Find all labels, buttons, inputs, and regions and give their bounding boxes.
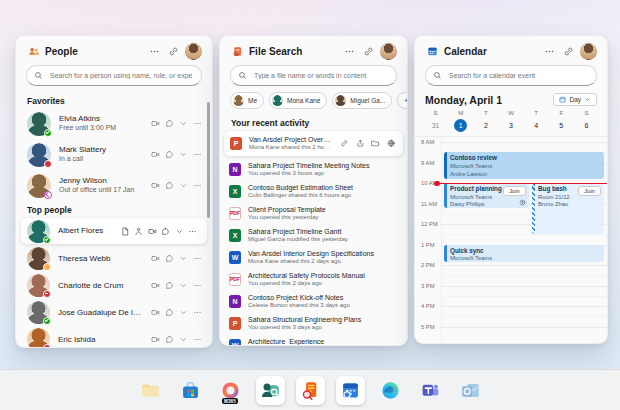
chevron-down-icon[interactable] bbox=[179, 281, 188, 290]
file-row[interactable]: P Sahara Structural Engineering Plans Yo… bbox=[220, 312, 407, 334]
chevron-down-icon[interactable] bbox=[175, 227, 184, 236]
file-row[interactable]: X Contoso Budget Estimation Sheet Colin … bbox=[220, 180, 407, 202]
taskbar-icon-microsoft-store[interactable] bbox=[176, 376, 205, 405]
more-icon[interactable] bbox=[193, 150, 202, 159]
taskbar-icon-people-search-app[interactable] bbox=[256, 376, 285, 405]
more-icon[interactable] bbox=[193, 281, 202, 290]
chevron-down-icon[interactable] bbox=[179, 335, 188, 344]
filter-chip[interactable]: Miguel Ga... bbox=[332, 92, 392, 109]
more-icon[interactable] bbox=[193, 181, 202, 190]
calendar-event[interactable]: Contoso review Microsoft Teams Andre Law… bbox=[444, 152, 604, 179]
people-search-input[interactable] bbox=[48, 71, 194, 80]
file-row[interactable]: PDF Architectural Safety Protocols Manua… bbox=[220, 268, 407, 290]
taskbar-icon-file-explorer[interactable] bbox=[136, 376, 165, 405]
calendar-search-box[interactable] bbox=[425, 65, 597, 86]
video-call-icon[interactable] bbox=[151, 119, 160, 128]
calendar-search-input[interactable] bbox=[447, 71, 589, 80]
date-cell[interactable]: 31 bbox=[423, 119, 448, 132]
share-icon[interactable] bbox=[356, 139, 365, 148]
video-call-icon[interactable] bbox=[151, 150, 160, 159]
date-cell[interactable]: 2 bbox=[473, 119, 498, 132]
org-chart-icon[interactable] bbox=[134, 227, 143, 236]
account-avatar[interactable] bbox=[580, 43, 597, 60]
weekday-letter: T bbox=[473, 110, 498, 116]
chat-icon[interactable] bbox=[161, 227, 170, 236]
more-icon[interactable] bbox=[193, 308, 202, 317]
date-cell[interactable]: 4 bbox=[524, 119, 549, 132]
copy-link-icon[interactable] bbox=[340, 139, 349, 148]
chevron-down-icon[interactable] bbox=[179, 181, 188, 190]
account-avatar[interactable] bbox=[185, 43, 202, 60]
filter-chip[interactable]: Mona Kane bbox=[269, 92, 327, 109]
chat-icon[interactable] bbox=[165, 254, 174, 263]
link-icon[interactable] bbox=[166, 45, 180, 59]
taskbar-icon-teams[interactable] bbox=[416, 376, 445, 405]
open-in-browser-icon[interactable] bbox=[387, 139, 396, 148]
day-view-button[interactable]: Day bbox=[553, 93, 597, 106]
join-button[interactable]: Join bbox=[578, 186, 601, 196]
chat-icon[interactable] bbox=[165, 119, 174, 128]
link-icon[interactable] bbox=[561, 45, 575, 59]
more-options-icon[interactable] bbox=[147, 45, 161, 59]
join-button[interactable]: Join bbox=[503, 186, 526, 196]
filter-chip[interactable]: +4 bbox=[397, 92, 408, 109]
taskbar-icon-calendar-search-app[interactable] bbox=[336, 376, 365, 405]
chevron-down-icon[interactable] bbox=[179, 308, 188, 317]
file-row[interactable]: N Contoso Project Kick-off Notes Celeste… bbox=[220, 290, 407, 312]
people-search-box[interactable] bbox=[26, 65, 202, 86]
document-icon[interactable] bbox=[121, 227, 130, 236]
person-row[interactable]: Theresa Webb bbox=[16, 245, 212, 272]
date-cell[interactable]: 1 bbox=[448, 119, 473, 132]
person-row[interactable]: Jenny Wilson Out of office until 17 Jan bbox=[16, 170, 212, 201]
more-icon[interactable] bbox=[193, 119, 202, 128]
date-cell[interactable]: 3 bbox=[498, 119, 523, 132]
person-row[interactable]: Jose Guadalupe De la Torre bbox=[16, 299, 212, 326]
link-icon[interactable] bbox=[361, 45, 375, 59]
person-row[interactable]: Albert Flores bbox=[21, 218, 207, 244]
video-call-icon[interactable] bbox=[151, 281, 160, 290]
file-search-input[interactable] bbox=[252, 71, 389, 80]
more-icon[interactable] bbox=[193, 335, 202, 344]
chat-icon[interactable] bbox=[165, 150, 174, 159]
more-options-icon[interactable] bbox=[542, 45, 556, 59]
filter-chip[interactable]: Me bbox=[230, 92, 264, 109]
file-row[interactable]: W Architecture_Experience Mona Kane shar… bbox=[220, 334, 407, 346]
file-row[interactable]: PDF Client Proposal Template You opened … bbox=[220, 202, 407, 224]
file-row[interactable]: X Sahara Project Timeline Gantt Miguel G… bbox=[220, 224, 407, 246]
video-call-icon[interactable] bbox=[151, 335, 160, 344]
file-row[interactable]: N Sahara Project Timeline Meeting Notes … bbox=[220, 158, 407, 180]
person-row[interactable]: Mark Slattery In a call bbox=[16, 139, 212, 170]
calendar-event[interactable]: Bug bash Room 21/12 Bruno Zhao Join bbox=[532, 183, 604, 234]
person-row[interactable]: Elvia Atkins Free until 3:00 PM bbox=[16, 108, 212, 139]
file-row[interactable]: P Van Arsdel Project Overview... Mona Ka… bbox=[224, 131, 403, 156]
chevron-down-icon[interactable] bbox=[179, 254, 188, 263]
chat-icon[interactable] bbox=[165, 335, 174, 344]
calendar-event[interactable]: Quick sync Microsoft Teams Cameron Evans bbox=[444, 245, 604, 262]
video-call-icon[interactable] bbox=[151, 254, 160, 263]
calendar-event[interactable]: Product planning Microsoft Teams Daisy P… bbox=[444, 183, 529, 208]
taskbar-icon-microsoft-365[interactable]: M365 bbox=[216, 376, 245, 405]
account-avatar[interactable] bbox=[380, 43, 397, 60]
scrollbar[interactable] bbox=[207, 102, 210, 218]
date-cell[interactable]: 5 bbox=[549, 119, 574, 132]
more-icon[interactable] bbox=[193, 254, 202, 263]
file-row[interactable]: W Van Arsdel Interior Design Specificati… bbox=[220, 246, 407, 268]
person-row[interactable]: Eric Ishida bbox=[16, 326, 212, 348]
chat-icon[interactable] bbox=[165, 181, 174, 190]
date-cell[interactable]: 6 bbox=[574, 119, 599, 132]
chat-icon[interactable] bbox=[165, 308, 174, 317]
video-call-icon[interactable] bbox=[151, 308, 160, 317]
chevron-down-icon[interactable] bbox=[179, 119, 188, 128]
taskbar-icon-outlook[interactable] bbox=[456, 376, 485, 405]
more-icon[interactable] bbox=[188, 227, 197, 236]
chevron-down-icon[interactable] bbox=[179, 150, 188, 159]
open-folder-icon[interactable] bbox=[371, 139, 380, 148]
taskbar-icon-edge[interactable] bbox=[376, 376, 405, 405]
video-call-icon[interactable] bbox=[148, 227, 157, 236]
more-options-icon[interactable] bbox=[342, 45, 356, 59]
person-row[interactable]: Charlotte de Crum bbox=[16, 272, 212, 299]
taskbar-icon-file-search-app[interactable] bbox=[296, 376, 325, 405]
chat-icon[interactable] bbox=[165, 281, 174, 290]
video-call-icon[interactable] bbox=[151, 181, 160, 190]
file-search-box[interactable] bbox=[230, 65, 397, 86]
